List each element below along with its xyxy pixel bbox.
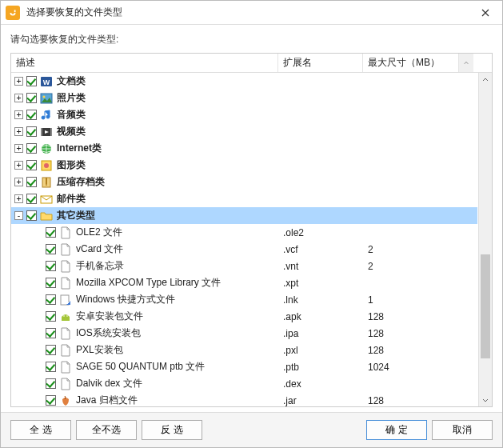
file-type-row[interactable]: vCard 文件.vcf2: [11, 241, 477, 258]
file-icon: [59, 243, 72, 256]
file-type-row[interactable]: Java 归档文件.jar128: [11, 392, 477, 406]
checkbox[interactable]: [46, 378, 56, 389]
col-size[interactable]: 最大尺寸（MB）: [363, 54, 459, 72]
file-type-table: 描述 扩展名 最大尺寸（MB） +W文档类+照片类+音频类+视频类+Intern…: [10, 53, 493, 407]
expand-toggle[interactable]: +: [14, 161, 23, 170]
category-label: 文档类: [57, 74, 86, 88]
checkbox[interactable]: [46, 227, 56, 238]
expand-toggle[interactable]: -: [14, 211, 23, 220]
category-row-photos[interactable]: +照片类: [11, 90, 477, 106]
category-label: Internet类: [57, 142, 102, 155]
checkbox[interactable]: [46, 311, 56, 322]
archive-icon: [40, 176, 53, 189]
file-max-size: 2: [363, 261, 459, 272]
category-row-video[interactable]: +视频类: [11, 123, 477, 140]
expand-toggle[interactable]: +: [14, 144, 23, 153]
expand-toggle[interactable]: +: [14, 94, 23, 102]
checkbox[interactable]: [46, 244, 56, 254]
file-icon: [59, 226, 72, 239]
checkbox[interactable]: [26, 143, 37, 154]
expand-toggle[interactable]: +: [14, 110, 23, 119]
checkbox[interactable]: [26, 177, 37, 187]
svg-rect-13: [46, 178, 47, 184]
checkbox[interactable]: [46, 345, 56, 355]
file-max-size: 128: [363, 345, 459, 356]
svg-point-18: [66, 315, 68, 317]
file-max-size: 1024: [363, 362, 459, 373]
file-icon: [59, 277, 72, 290]
checkbox[interactable]: [46, 328, 56, 338]
file-type-label: Dalvik dex 文件: [76, 377, 142, 390]
file-ext: .vnt: [278, 261, 363, 272]
expand-toggle[interactable]: +: [14, 194, 23, 203]
ok-button[interactable]: 确 定: [366, 420, 427, 440]
file-type-label: SAGE 50 QUANTUM ptb 文件: [76, 360, 205, 374]
scroll-track[interactable]: [479, 86, 492, 393]
svg-rect-1: [14, 10, 16, 12]
scroll-up-button[interactable]: [479, 73, 492, 86]
category-row-docs[interactable]: +W文档类: [11, 73, 477, 90]
checkbox[interactable]: [26, 194, 37, 204]
category-row-archive[interactable]: +压缩存档类: [11, 174, 477, 190]
checkbox[interactable]: [26, 110, 37, 120]
category-label: 邮件类: [57, 192, 86, 206]
category-row-internet[interactable]: +Internet类: [11, 140, 477, 157]
category-row-graphics[interactable]: +图形类: [11, 157, 477, 174]
instruction-text: 请勾选要恢复的文件类型:: [1, 25, 502, 51]
footer: 全 选 全不选 反 选 确 定 取消: [1, 412, 502, 447]
scroll-up-header[interactable]: [459, 54, 473, 72]
file-max-size: 1: [363, 294, 459, 306]
category-row-mail[interactable]: +邮件类: [11, 190, 477, 207]
checkbox[interactable]: [46, 362, 56, 372]
window-title: 选择要恢复的文件类型: [26, 6, 469, 19]
svg-point-17: [63, 315, 65, 317]
checkbox[interactable]: [46, 278, 56, 288]
category-row-audio[interactable]: +音频类: [11, 106, 477, 123]
scroll-down-button[interactable]: [479, 393, 492, 406]
file-type-row[interactable]: Dalvik dex 文件.dex: [11, 375, 477, 392]
file-type-row[interactable]: 手机备忘录.vnt2: [11, 258, 477, 274]
file-ext: .ptb: [278, 362, 363, 373]
file-type-row[interactable]: SAGE 50 QUANTUM ptb 文件.ptb1024: [11, 358, 477, 375]
select-none-button[interactable]: 全不选: [76, 420, 137, 440]
file-max-size: 128: [363, 311, 459, 322]
checkbox[interactable]: [46, 294, 56, 305]
invert-button[interactable]: 反 选: [142, 420, 202, 440]
col-desc[interactable]: 描述: [11, 54, 278, 72]
video-icon: [40, 126, 53, 138]
svg-point-5: [43, 95, 46, 98]
select-all-button[interactable]: 全 选: [10, 420, 71, 440]
scroll-thumb[interactable]: [481, 254, 490, 358]
checkbox[interactable]: [26, 76, 37, 86]
table-header: 描述 扩展名 最大尺寸（MB）: [11, 54, 492, 73]
close-button[interactable]: [469, 1, 502, 25]
checkbox[interactable]: [26, 93, 37, 103]
file-type-row[interactable]: Windows 快捷方式文件.lnk1: [11, 291, 477, 308]
cancel-button[interactable]: 取消: [432, 420, 493, 440]
category-row-other[interactable]: -其它类型: [11, 207, 477, 224]
jar-icon: [59, 394, 72, 407]
file-type-row[interactable]: OLE2 文件.ole2: [11, 224, 477, 241]
expand-toggle[interactable]: +: [14, 77, 23, 86]
expand-toggle[interactable]: +: [14, 178, 23, 186]
file-type-label: Mozilla XPCOM Type Library 文件: [76, 276, 221, 290]
apk-icon: [59, 310, 72, 323]
file-type-row[interactable]: Mozilla XPCOM Type Library 文件.xpt: [11, 274, 477, 291]
checkbox[interactable]: [46, 261, 56, 271]
category-label: 音频类: [57, 108, 86, 122]
checkbox[interactable]: [46, 395, 56, 406]
svg-point-14: [46, 184, 47, 186]
checkbox[interactable]: [26, 210, 37, 221]
file-type-row[interactable]: 安卓安装包文件.apk128: [11, 308, 477, 325]
checkbox[interactable]: [26, 160, 37, 170]
file-ext: .lnk: [278, 294, 363, 306]
table-body: +W文档类+照片类+音频类+视频类+Internet类+图形类+压缩存档类+邮件…: [11, 73, 492, 406]
checkbox[interactable]: [26, 126, 37, 137]
file-type-row[interactable]: IOS系统安装包.ipa128: [11, 325, 477, 342]
col-ext[interactable]: 扩展名: [278, 54, 363, 72]
file-type-row[interactable]: PXL安装包.pxl128: [11, 342, 477, 358]
expand-toggle[interactable]: +: [14, 127, 23, 136]
vertical-scrollbar[interactable]: [478, 73, 492, 406]
internet-icon: [40, 142, 53, 155]
category-label: 照片类: [57, 91, 86, 105]
